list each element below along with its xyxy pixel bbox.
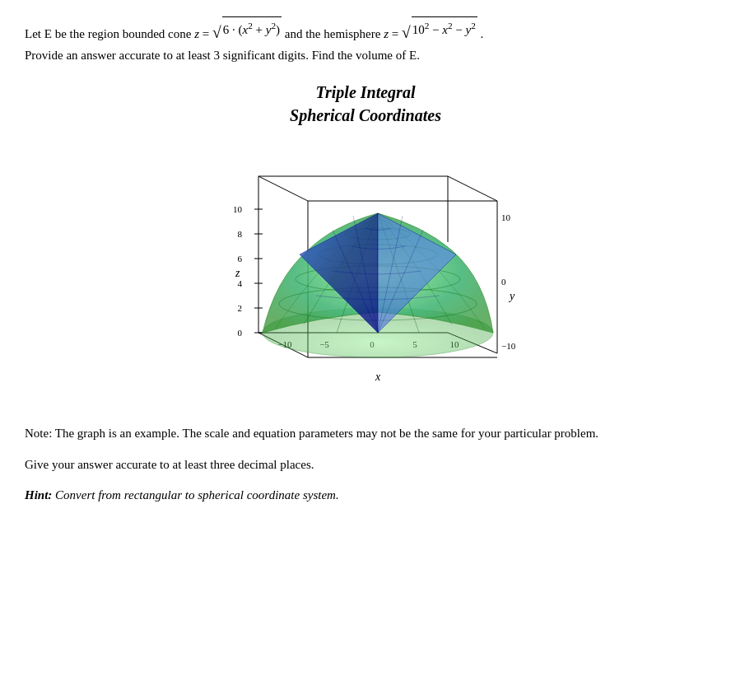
svg-text:0: 0: [501, 277, 506, 287]
sqrt2: √102 − x2 − y2: [402, 16, 477, 41]
z-axis-label: z: [235, 267, 240, 279]
y-axis-label: y: [508, 290, 515, 302]
graph-container: z x y: [25, 135, 706, 399]
svg-line-9: [258, 176, 308, 201]
svg-text:8: 8: [238, 229, 243, 239]
hint-text: Hint: Convert from rectangular to spheri…: [25, 485, 706, 506]
note2: Give your answer accurate to at least th…: [25, 455, 706, 476]
sqrt1: √6 · (x2 + y2): [212, 16, 282, 41]
svg-line-3: [448, 176, 497, 201]
svg-text:10: 10: [233, 204, 243, 214]
notes-section: Note: The graph is an example. The scale…: [25, 423, 706, 506]
line2: Provide an answer accurate to at least 3…: [25, 49, 420, 62]
line1: Let E be the region bounded cone z = √6 …: [25, 27, 483, 40]
svg-text:0: 0: [238, 328, 243, 338]
graph-svg: z x y: [193, 135, 538, 399]
svg-text:2: 2: [238, 303, 243, 313]
x-axis-label: x: [375, 371, 381, 383]
svg-text:6: 6: [238, 254, 243, 264]
note1: Note: The graph is an example. The scale…: [25, 423, 706, 445]
svg-text:4: 4: [238, 278, 243, 288]
svg-text:−10: −10: [501, 341, 516, 351]
title-block: Triple Integral Spherical Coordinates: [25, 81, 706, 127]
svg-text:10: 10: [501, 212, 511, 222]
page-title: Triple Integral Spherical Coordinates: [25, 81, 706, 127]
problem-statement: Let E be the region bounded cone z = √6 …: [25, 16, 706, 66]
